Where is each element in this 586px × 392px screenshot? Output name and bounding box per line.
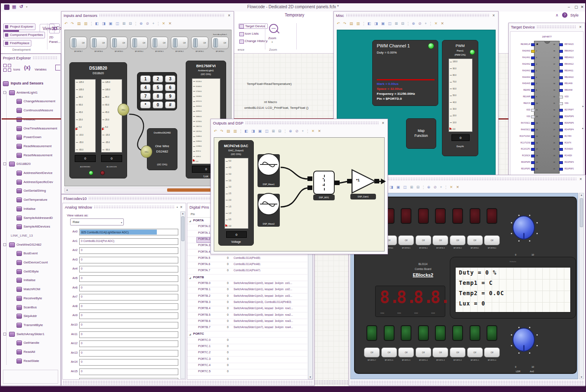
onewire-connector-1[interactable]: 1Wire — [118, 103, 129, 116]
tree-item-link[interactable]: LINK_LINE_13 — [11, 234, 61, 242]
digital-pin-name[interactable]: PORTB.0 — [198, 282, 210, 284]
tree-expander[interactable]: - — [3, 162, 6, 165]
project-explorer-button[interactable]: Project Explorer — [3, 23, 35, 30]
analog-row-value-box[interactable]: 0 — [79, 285, 178, 291]
toolbar-icon[interactable]: ⊟ — [416, 185, 420, 189]
tree-item-macro[interactable]: GetIDByte — [24, 270, 61, 278]
analog-row-value-box[interactable]: 825 ComboBL0114(LightSensor ADC) — [79, 229, 178, 235]
pin-pad-left[interactable] — [531, 89, 535, 92]
panel-label2[interactable]: Panel... — [49, 40, 60, 44]
tree-item-folder[interactable]: OneWireDS2482 — [17, 243, 61, 251]
pin-pad-right[interactable] — [559, 109, 563, 112]
pwm-slider-scale[interactable]: 100.090.080.070.060.050.040.030.020.010.… — [449, 59, 473, 132]
pin-pad-left[interactable] — [531, 109, 535, 112]
close-button[interactable]: ✕ — [581, 5, 584, 9]
tree-item-macro[interactable]: GetSerialString — [24, 189, 61, 197]
pin-pad-left[interactable] — [531, 70, 535, 73]
board-button[interactable]: Off — [467, 235, 483, 245]
board-button[interactable]: Off — [484, 347, 500, 357]
board-button[interactable]: Off — [450, 235, 465, 245]
pin-pad-right[interactable] — [559, 102, 563, 105]
toggle-switch[interactable]: Off — [151, 37, 168, 49]
digital-column-header[interactable]: Pin — [191, 213, 195, 216]
toolbar-icon[interactable]: ⊕ — [139, 21, 143, 26]
tree-item-macro[interactable]: MatchROM — [24, 287, 61, 296]
toolbar-icon[interactable]: ⊟ — [129, 21, 132, 26]
toolbar-icon[interactable]: + — [425, 21, 427, 26]
dsp-gain-triangle[interactable] — [350, 169, 378, 195]
keypad-key-0[interactable]: 0 — [153, 101, 163, 108]
analog-row-value-box[interactable]: 0 — [79, 378, 178, 379]
digital-pin-name[interactable]: PORTC.3 — [198, 357, 210, 360]
component-properties-button[interactable]: Component Properties — [3, 32, 45, 38]
toolbar-icon[interactable]: ✕ — [450, 185, 453, 189]
toolbar-icon[interactable]: ▥ — [234, 129, 237, 133]
group-expander-icon[interactable]: ◢ — [189, 333, 191, 336]
maximize-button[interactable]: ▢ — [574, 5, 578, 9]
keypad-key-3[interactable]: 3 — [165, 75, 175, 82]
pin-pad-right[interactable] — [559, 129, 563, 131]
toolbar-icon[interactable]: ↶ — [214, 129, 217, 133]
keypad-key-5[interactable]: 5 — [153, 84, 163, 91]
analog-row-value-box[interactable]: 0 — [79, 350, 178, 357]
zoom-icon[interactable] — [269, 24, 278, 33]
toggle-icon-lists[interactable]: Icon Lists — [239, 32, 259, 35]
keypad-key-#[interactable]: # — [165, 101, 175, 108]
toolbar-icon[interactable]: ✕ — [162, 21, 165, 26]
pin-pad-left[interactable] — [531, 50, 535, 53]
misc-close-icon[interactable]: × — [491, 14, 496, 18]
toolbar-icon[interactable]: ▤ — [77, 21, 81, 26]
tree-item-macro[interactable]: ChangeMeasurement — [24, 99, 61, 108]
ds18b20-scale-1[interactable]: 125.0105.085.065.045.025.05.0-15.0-35.0-… — [75, 79, 96, 153]
pin-pad-right[interactable] — [559, 155, 563, 157]
toolbar-icon[interactable]: ◨ — [251, 129, 255, 133]
view-values-dropdown[interactable]: Raw ▾ — [70, 218, 124, 225]
toolbar-icon[interactable]: ↷ — [220, 129, 224, 133]
digital-pin-name[interactable]: PORTB.1 — [198, 288, 210, 291]
scale-marker[interactable] — [102, 128, 104, 130]
analog-row-value-box[interactable]: 0 — [79, 303, 178, 310]
switch-handle[interactable] — [92, 38, 97, 47]
toolbar-icon[interactable]: ↷ — [343, 21, 347, 26]
pin-pad-right[interactable] — [559, 63, 563, 66]
inputs-hscroll-thumb[interactable] — [167, 188, 213, 192]
pwm-slider-component[interactable]: PWM Pwm1 (PWM CH1) 100.090.080.070.060.0… — [442, 40, 478, 156]
toolbar-icon[interactable]: ◧ — [95, 21, 99, 26]
toolbar-icon[interactable]: ⊘ — [146, 21, 149, 26]
toolbar-icon[interactable]: ◨ — [390, 185, 393, 189]
toolbar-icon[interactable]: ✕ — [435, 21, 438, 26]
tree-item-macro[interactable]: ReadAll — [24, 350, 61, 358]
board-button[interactable]: Off — [484, 235, 500, 245]
tree-item-macro[interactable]: AddressNextDevice — [24, 171, 61, 179]
scale-marker[interactable] — [449, 127, 452, 130]
keypad-key-2[interactable]: 2 — [153, 75, 163, 82]
keypad-key-4[interactable]: 4 — [140, 84, 151, 91]
toolbar-icon[interactable]: ▥ — [357, 21, 360, 26]
tree-item-macro[interactable]: ContinuousMeasure — [24, 108, 61, 117]
toolbar-icon[interactable]: ↷ — [71, 21, 74, 26]
pin-pad-left[interactable] — [531, 82, 535, 85]
toolbar-icon[interactable]: ▤ — [227, 129, 230, 133]
board-button[interactable]: Off — [364, 347, 380, 357]
switch-handle[interactable] — [72, 38, 76, 47]
toolbar-icon[interactable]: ⊞ — [272, 129, 275, 133]
scroll-up-icon[interactable]: ▲ — [581, 127, 584, 129]
tree-item-macro[interactable]: SampleAllDevices — [24, 225, 61, 233]
pin-pad-right[interactable] — [559, 161, 563, 164]
tree-item-macro[interactable]: SkipAddr — [24, 314, 61, 322]
tree-expander[interactable]: - — [3, 333, 6, 336]
help-icon[interactable]: ? — [562, 12, 567, 18]
inputs-panel-canvas[interactable]: Off$PORTB.7Off$PORTB.6Off$PORTB.5Off$POR… — [64, 30, 232, 186]
tree-item-macro[interactable]: TransmitByte — [24, 323, 61, 331]
pin-pad-right[interactable] — [559, 148, 563, 151]
tree-item-macro[interactable]: GetHandle — [24, 341, 61, 349]
icons-grid-icon[interactable] — [3, 64, 12, 72]
digital-pin-name[interactable]: PORTA.0 — [198, 225, 210, 228]
pin-pad-right[interactable] — [559, 122, 563, 125]
pin-pad-right[interactable] — [559, 56, 563, 59]
toggle-switch[interactable]: Off — [110, 37, 128, 49]
tree-item-macro[interactable]: GetDeviceCount — [24, 261, 61, 269]
system-panel-close-icon[interactable]: × — [578, 177, 583, 181]
pin-pad-right[interactable] — [559, 135, 563, 138]
digital-pin-name[interactable]: PORTA.6 — [198, 263, 210, 265]
